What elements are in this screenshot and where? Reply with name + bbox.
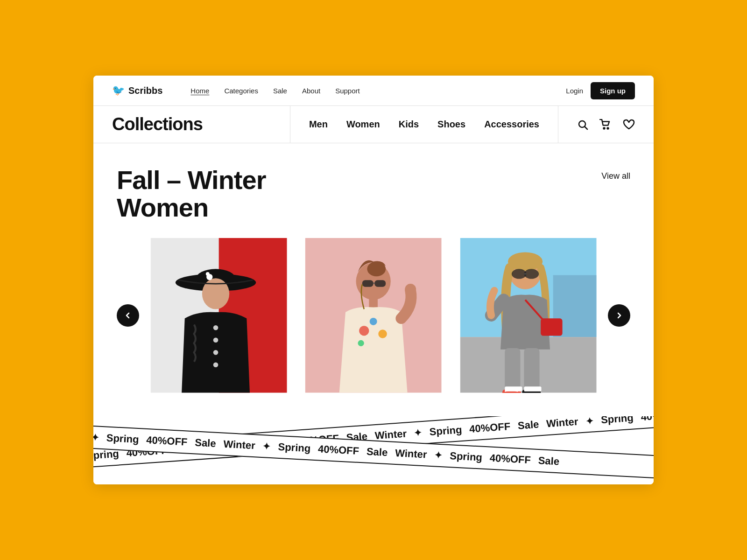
product-image-svg-3 — [458, 238, 599, 392]
ticker-star: ✦ — [262, 441, 271, 452]
product-image-2 — [303, 238, 444, 392]
search-icon-button[interactable] — [577, 119, 588, 130]
collections-bar: Collections Men Women Kids Shoes Accesso… — [93, 106, 654, 143]
svg-point-25 — [358, 340, 364, 346]
svg-point-8 — [202, 278, 229, 309]
nav-home[interactable]: Home — [190, 87, 209, 95]
collections-title: Collections — [112, 114, 203, 134]
ticker-text: Spring — [429, 424, 462, 438]
outer-container: 🐦 Scribbs Home Categories Sale About Sup… — [75, 57, 672, 503]
svg-point-10 — [213, 338, 218, 343]
ticker-text: Winter — [546, 416, 578, 430]
product-card-1[interactable] — [148, 238, 289, 392]
logo-icon: 🐦 — [112, 84, 125, 97]
svg-point-2 — [604, 127, 605, 129]
arrow-right-icon — [615, 311, 623, 320]
cat-kids[interactable]: Kids — [399, 119, 419, 130]
ticker-star: ✦ — [585, 416, 594, 427]
title-line2: Women — [117, 194, 266, 222]
nav-about[interactable]: About — [302, 87, 320, 95]
logo-area: 🐦 Scribbs — [112, 84, 162, 97]
ticker-text: Winter — [223, 438, 256, 452]
product-card-2[interactable] — [303, 238, 444, 392]
ticker-text: Winter — [374, 427, 407, 442]
svg-rect-18 — [362, 280, 374, 287]
section-header: Fall – Winter Women View all — [117, 167, 630, 222]
ticker-text: 40%OFF — [469, 420, 511, 435]
ticker-text: Sale — [517, 418, 539, 432]
ticker-text: Sale — [538, 455, 560, 468]
login-button[interactable]: Login — [566, 87, 583, 95]
nav-categories[interactable]: Categories — [224, 87, 258, 95]
svg-point-23 — [370, 318, 377, 325]
svg-rect-42 — [524, 386, 541, 392]
next-button[interactable] — [608, 304, 630, 327]
ticker-section: Winter ✦ Spring 40%OFF Sale Winter ✦ Spr… — [93, 416, 654, 484]
nav-actions: Login Sign up — [566, 82, 635, 99]
search-icon — [577, 119, 588, 130]
carousel-area — [117, 238, 630, 392]
main-content: Fall – Winter Women View all — [93, 143, 654, 392]
icons-area — [558, 106, 654, 143]
nav-sale[interactable]: Sale — [273, 87, 287, 95]
ticker-star: ✦ — [434, 449, 443, 461]
ticker-text: 40%OFF — [317, 443, 359, 457]
product-card-3[interactable] — [458, 238, 599, 392]
ticker-text: Spring — [450, 450, 483, 464]
svg-point-31 — [508, 252, 543, 271]
title-line1: Fall – Winter — [117, 167, 266, 194]
heart-icon — [623, 119, 635, 130]
cart-icon-button[interactable] — [599, 119, 612, 130]
ticker-text: 40%OFF — [641, 416, 654, 423]
ticker-star: ✦ — [93, 431, 99, 443]
ticker-star: ✦ — [414, 427, 423, 439]
arrow-left-icon — [124, 311, 132, 320]
svg-rect-36 — [524, 348, 539, 392]
view-all-link[interactable]: View all — [601, 171, 630, 181]
signup-button[interactable]: Sign up — [591, 82, 635, 99]
ticker-text: Sale — [195, 436, 217, 449]
svg-point-11 — [213, 350, 218, 355]
browser-window: 🐦 Scribbs Home Categories Sale About Sup… — [93, 76, 654, 484]
ticker-text: 40%OFF — [489, 452, 531, 466]
product-image-svg-2 — [303, 238, 444, 392]
svg-point-14 — [206, 272, 210, 276]
svg-point-12 — [213, 363, 218, 368]
main-nav: Home Categories Sale About Support — [190, 87, 566, 95]
svg-line-1 — [585, 126, 588, 129]
product-image-svg-1 — [148, 238, 289, 392]
category-nav: Men Women Kids Shoes Accessories — [290, 106, 558, 143]
cat-accessories[interactable]: Accessories — [484, 119, 539, 130]
nav-support[interactable]: Support — [335, 87, 360, 95]
svg-point-3 — [607, 127, 609, 129]
ticker-text: Spring — [278, 441, 311, 455]
cat-shoes[interactable]: Shoes — [437, 119, 465, 130]
svg-point-26 — [405, 284, 416, 295]
product-cards — [148, 238, 599, 392]
cat-men[interactable]: Men — [309, 119, 328, 130]
ticker-text: Winter — [395, 447, 428, 461]
cat-women[interactable]: Women — [346, 119, 380, 130]
ticker-text: Spring — [106, 432, 139, 446]
top-nav: 🐦 Scribbs Home Categories Sale About Sup… — [93, 76, 654, 106]
section-title: Fall – Winter Women — [117, 167, 266, 222]
collections-title-area: Collections — [93, 106, 290, 143]
ticker-text: Sale — [366, 445, 388, 458]
svg-rect-19 — [375, 280, 386, 287]
svg-point-24 — [379, 329, 388, 338]
svg-rect-35 — [505, 348, 520, 392]
prev-button[interactable] — [117, 304, 139, 327]
ticker-text: Spring — [600, 416, 634, 426]
svg-point-17 — [367, 261, 386, 276]
cart-icon — [599, 119, 612, 130]
product-image-3 — [458, 238, 599, 392]
ticker-text: 40%OFF — [146, 434, 188, 448]
logo-text: Scribbs — [128, 85, 162, 96]
wishlist-icon-button[interactable] — [623, 119, 635, 130]
svg-rect-41 — [505, 386, 522, 392]
svg-point-9 — [213, 325, 218, 330]
product-image-1 — [148, 238, 289, 392]
svg-point-22 — [359, 326, 369, 336]
